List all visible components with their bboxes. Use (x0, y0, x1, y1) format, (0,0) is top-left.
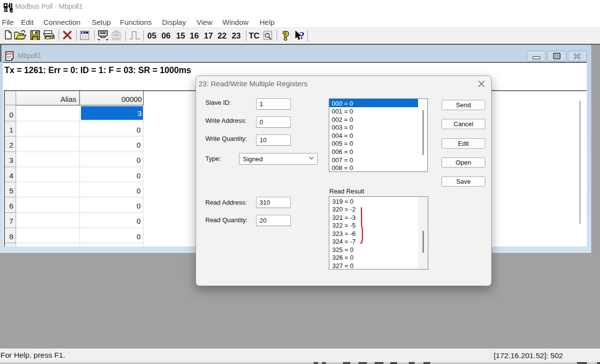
svg-text:DOC: DOC (6, 52, 14, 56)
svg-text:?: ? (283, 29, 289, 42)
